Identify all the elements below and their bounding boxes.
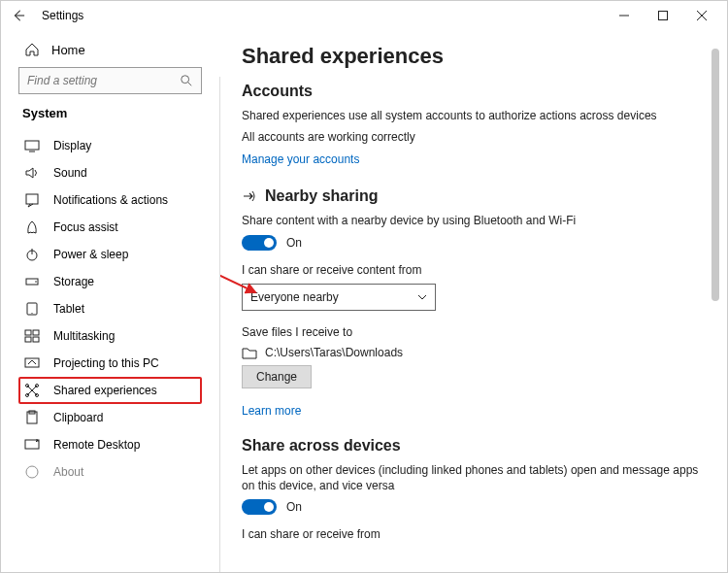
chevron-down-icon xyxy=(417,292,427,302)
nearby-heading-text: Nearby sharing xyxy=(265,187,378,205)
sidebar-nav: Display Sound Notifications & actions Fo… xyxy=(18,132,202,486)
svg-point-12 xyxy=(35,281,37,283)
sidebar-item-display[interactable]: Display xyxy=(18,132,202,159)
sidebar-item-projecting[interactable]: Projecting to this PC xyxy=(18,350,202,377)
sidebar-item-label: Sound xyxy=(53,166,87,180)
projecting-icon xyxy=(24,355,40,371)
sidebar-item-label: Display xyxy=(53,139,91,152)
share-across-toggle-state: On xyxy=(286,500,302,514)
power-icon xyxy=(24,247,40,262)
remote-desktop-icon xyxy=(24,437,40,453)
svg-rect-17 xyxy=(25,337,31,342)
sound-icon xyxy=(24,165,40,181)
save-to-path: C:\Users\Taras\Downloads xyxy=(265,346,403,359)
sidebar-item-power-sleep[interactable]: Power & sleep xyxy=(18,241,202,268)
home-label: Home xyxy=(51,43,85,57)
svg-point-14 xyxy=(31,313,32,314)
focus-assist-icon xyxy=(24,219,40,235)
share-from-label: I can share or receive content from xyxy=(242,262,702,278)
change-button[interactable]: Change xyxy=(242,365,312,388)
page-title: Shared experiences xyxy=(242,44,702,69)
accounts-heading: Accounts xyxy=(242,83,702,100)
sidebar-item-label: Remote Desktop xyxy=(53,438,140,452)
sidebar-item-tablet[interactable]: Tablet xyxy=(18,295,202,322)
sidebar-item-notifications[interactable]: Notifications & actions xyxy=(18,186,202,214)
sidebar-item-label: About xyxy=(53,465,83,479)
share-icon xyxy=(242,188,257,204)
search-box[interactable] xyxy=(18,67,202,94)
search-icon xyxy=(180,74,193,87)
tablet-icon xyxy=(24,301,40,317)
sidebar-item-storage[interactable]: Storage xyxy=(18,268,202,295)
maximize-button[interactable] xyxy=(644,1,682,30)
settings-window: Settings Home System Display Sound No xyxy=(0,0,728,573)
shared-experiences-icon xyxy=(24,383,40,398)
nearby-toggle-state: On xyxy=(286,236,302,250)
home-icon xyxy=(24,42,40,57)
storage-icon xyxy=(24,274,40,289)
sidebar-item-multitasking[interactable]: Multitasking xyxy=(18,322,202,350)
sidebar-home[interactable]: Home xyxy=(24,42,202,57)
sidebar-item-label: Notifications & actions xyxy=(53,193,168,207)
notifications-icon xyxy=(24,192,40,208)
sidebar-item-shared-experiences[interactable]: Shared experiences xyxy=(18,377,202,404)
share-across-heading: Share across devices xyxy=(242,437,702,455)
save-to-label: Save files I receive to xyxy=(242,324,702,340)
sidebar-item-about[interactable]: About xyxy=(18,458,202,486)
about-icon xyxy=(24,464,40,480)
share-across-desc: Let apps on other devices (including lin… xyxy=(242,462,702,493)
svg-rect-8 xyxy=(26,194,38,204)
search-input[interactable] xyxy=(27,74,180,87)
clipboard-icon xyxy=(24,410,40,425)
sidebar-item-remote-desktop[interactable]: Remote Desktop xyxy=(18,431,202,458)
scrollbar-thumb[interactable] xyxy=(711,49,719,301)
nearby-sharing-toggle[interactable] xyxy=(242,235,277,251)
svg-point-4 xyxy=(182,76,189,84)
content-area: Shared experiences Accounts Shared exper… xyxy=(220,30,727,572)
sidebar-item-label: Focus assist xyxy=(53,220,118,234)
folder-icon xyxy=(242,346,257,359)
svg-rect-16 xyxy=(33,330,39,335)
share-across-toggle[interactable] xyxy=(242,499,277,515)
svg-rect-6 xyxy=(25,141,39,150)
multitasking-icon xyxy=(24,328,40,344)
sidebar-item-sound[interactable]: Sound xyxy=(18,159,202,186)
svg-line-5 xyxy=(188,83,192,86)
sidebar-item-label: Multitasking xyxy=(53,329,115,343)
sidebar-item-label: Power & sleep xyxy=(53,248,128,261)
window-title: Settings xyxy=(42,9,83,22)
svg-rect-18 xyxy=(33,337,39,342)
close-button[interactable] xyxy=(682,1,721,30)
nearby-desc: Share content with a nearby device by us… xyxy=(242,213,702,228)
display-icon xyxy=(24,138,40,153)
sidebar-section-title: System xyxy=(22,106,202,120)
sidebar-item-label: Clipboard xyxy=(53,411,103,424)
sidebar-item-label: Tablet xyxy=(53,302,84,316)
back-button[interactable] xyxy=(7,4,30,27)
accounts-desc: Shared experiences use all system accoun… xyxy=(242,108,702,123)
sidebar-item-label: Shared experiences xyxy=(53,384,157,397)
learn-more-link[interactable]: Learn more xyxy=(242,404,301,418)
titlebar: Settings xyxy=(1,1,727,30)
svg-point-29 xyxy=(26,466,38,478)
share-across-from-label: I can share or receive from xyxy=(242,526,702,542)
accounts-status: All accounts are working correctly xyxy=(242,129,702,145)
svg-rect-15 xyxy=(25,330,31,335)
nearby-sharing-heading: Nearby sharing xyxy=(242,187,702,205)
manage-accounts-link[interactable]: Manage your accounts xyxy=(242,152,359,166)
share-from-value: Everyone nearby xyxy=(250,290,339,304)
svg-rect-1 xyxy=(659,12,668,20)
scrollbar[interactable] xyxy=(711,49,719,554)
minimize-button[interactable] xyxy=(605,1,644,30)
sidebar-item-focus-assist[interactable]: Focus assist xyxy=(18,214,202,241)
sidebar: Home System Display Sound Notifications … xyxy=(1,30,219,572)
sidebar-item-clipboard[interactable]: Clipboard xyxy=(18,404,202,431)
sidebar-item-label: Storage xyxy=(53,275,94,288)
sidebar-item-label: Projecting to this PC xyxy=(53,356,159,370)
share-from-select[interactable]: Everyone nearby xyxy=(242,284,436,311)
